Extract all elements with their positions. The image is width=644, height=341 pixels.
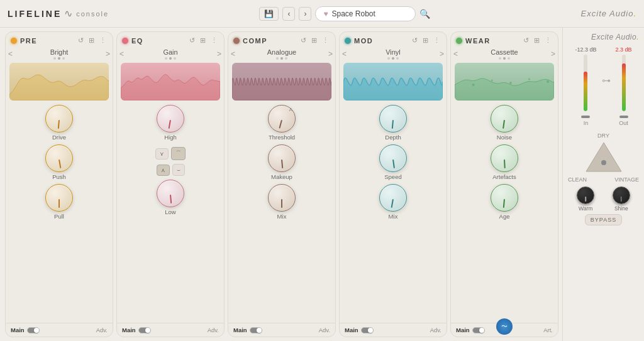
eq-menu-button[interactable]: ⋮ — [209, 36, 219, 45]
wear-toggle[interactable] — [472, 327, 485, 333]
excite-dot: . — [633, 9, 636, 18]
module-comp-header: COMP ↺ ⊞ ⋮ — [228, 32, 335, 47]
module-pre-waveform — [9, 63, 109, 100]
eq-shape-low-bell-button[interactable]: ⋏ — [157, 165, 170, 176]
eq-settings-button[interactable]: ⊞ — [199, 36, 207, 45]
comp-settings-button[interactable]: ⊞ — [310, 36, 318, 45]
eq-dot-1 — [165, 57, 167, 60]
wear-undo-button[interactable]: ↺ — [522, 36, 530, 45]
comp-threshold-knob[interactable]: A — [268, 105, 296, 133]
module-comp-knobs: A Threshold Makeup Mix — [228, 102, 335, 323]
wear-art-tab[interactable]: Art. — [543, 327, 553, 333]
pre-pull-knob[interactable] — [45, 184, 73, 212]
nav-next-button[interactable]: › — [299, 7, 311, 21]
module-eq-led[interactable] — [122, 38, 128, 44]
clean-label: CLEAN — [568, 176, 587, 183]
wear-main-tab[interactable]: Main — [456, 327, 470, 333]
mod-adv-tab[interactable]: Adv. — [430, 327, 441, 333]
module-pre-header: PRE ↺ ⊞ ⋮ — [6, 32, 113, 47]
comp-makeup-knob[interactable] — [268, 144, 296, 172]
module-mod: MOD ↺ ⊞ ⋮ < Vinyl > — [339, 31, 447, 337]
comp-toggle[interactable] — [250, 327, 262, 333]
eq-shape-low-shelf-button[interactable]: ⌣ — [172, 164, 185, 176]
pre-adv-tab[interactable]: Adv. — [96, 327, 108, 333]
eq-preset-prev[interactable]: < — [119, 50, 124, 58]
nav-prev-button[interactable]: ‹ — [282, 7, 295, 21]
pre-settings-button[interactable]: ⊞ — [87, 36, 96, 45]
module-eq: EQ ↺ ⊞ ⋮ < Gain > — [116, 31, 225, 337]
eq-undo-button[interactable]: ↺ — [188, 36, 196, 45]
module-comp-led[interactable] — [233, 38, 240, 44]
pre-push-knob[interactable] — [45, 144, 73, 172]
comp-mix-knob[interactable] — [268, 184, 296, 212]
wear-menu-button[interactable]: ⋮ — [543, 36, 553, 45]
search-button[interactable]: 🔍 — [419, 9, 430, 19]
warm-knob[interactable] — [577, 187, 594, 204]
comp-preset-prev[interactable]: < — [231, 50, 235, 58]
pre-dot-3 — [62, 57, 65, 60]
wear-artefacts-label: Artefacts — [492, 173, 516, 180]
wear-dot-3 — [508, 57, 510, 60]
meter-in-handle[interactable] — [581, 116, 590, 118]
module-wear-led[interactable] — [456, 38, 462, 44]
wear-artefacts-knob[interactable] — [491, 144, 518, 172]
mod-speed-knob[interactable] — [379, 144, 407, 172]
header-right: Excite Audio. — [581, 9, 636, 18]
mod-settings-button[interactable]: ⊞ — [421, 36, 430, 45]
dry-label: DRY — [597, 133, 609, 139]
module-pre-led[interactable] — [11, 38, 17, 44]
eq-main-tab[interactable]: Main — [122, 327, 136, 333]
eq-shape-shelf-button[interactable]: ⌒ — [171, 147, 186, 160]
wear-noise-knob[interactable] — [491, 105, 518, 133]
module-mod-led[interactable] — [345, 38, 351, 44]
right-panel: Excite Audio. -12.3 dB In ⊶ 2.3 dB Out — [562, 28, 644, 341]
comp-menu-button[interactable]: ⋮ — [321, 36, 330, 45]
mod-main-tab[interactable]: Main — [345, 327, 358, 333]
eq-adv-tab[interactable]: Adv. — [208, 327, 219, 333]
mod-toggle[interactable] — [361, 327, 374, 333]
pre-preset-prev[interactable]: < — [8, 50, 13, 58]
eq-low-knob-group: Low — [157, 180, 184, 215]
preset-display[interactable]: ♥ Space Robot — [315, 6, 416, 21]
comp-main-tab[interactable]: Main — [233, 327, 247, 333]
module-eq-name: EQ — [131, 37, 143, 45]
bypass-button[interactable]: BYPASS — [585, 214, 622, 225]
pre-pull-knob-group: Pull — [45, 184, 73, 220]
wear-preset-next[interactable]: > — [551, 50, 555, 58]
svg-point-4 — [547, 80, 549, 83]
comp-undo-button[interactable]: ↺ — [299, 36, 308, 45]
pre-undo-button[interactable]: ↺ — [77, 36, 85, 45]
pre-drive-knob[interactable] — [45, 105, 73, 133]
dry-triangle-knob[interactable] — [585, 141, 623, 173]
mod-menu-button[interactable]: ⋮ — [432, 36, 441, 45]
comp-adv-tab[interactable]: Adv. — [319, 327, 330, 333]
save-button[interactable]: 💾 — [259, 7, 279, 21]
eq-preset-next[interactable]: > — [217, 50, 221, 58]
wear-preset-prev[interactable]: < — [453, 50, 458, 58]
eq-low-knob[interactable] — [157, 180, 184, 207]
mod-mix-knob[interactable] — [379, 184, 407, 212]
meter-out-handle[interactable] — [619, 116, 628, 118]
wear-age-knob[interactable] — [491, 184, 518, 212]
dry-dot — [601, 160, 606, 165]
mod-preset-prev[interactable]: < — [342, 50, 347, 58]
eq-high-knob[interactable] — [157, 105, 184, 133]
mod-depth-knob[interactable] — [379, 105, 407, 133]
pre-toggle[interactable] — [27, 327, 40, 333]
mod-undo-button[interactable]: ↺ — [411, 36, 419, 45]
comp-preset-next[interactable]: > — [328, 50, 333, 58]
wear-wave-icon[interactable]: 〜 — [496, 318, 513, 335]
shine-knob[interactable] — [613, 187, 630, 204]
eq-dot-3 — [174, 57, 176, 60]
meter-in-value: -12.3 dB — [575, 46, 596, 53]
eq-toggle[interactable] — [138, 327, 151, 333]
pre-preset-next[interactable]: > — [106, 50, 110, 58]
wear-settings-button[interactable]: ⊞ — [533, 36, 541, 45]
module-pre-controls: ↺ ⊞ ⋮ — [77, 36, 108, 45]
svg-point-1 — [491, 80, 493, 82]
pre-menu-button[interactable]: ⋮ — [98, 36, 108, 45]
mod-preset-next[interactable]: > — [440, 50, 444, 58]
eq-preset-dots — [163, 57, 177, 60]
pre-main-tab[interactable]: Main — [11, 327, 25, 333]
eq-shape-bell-button[interactable]: ⋎ — [155, 148, 169, 160]
